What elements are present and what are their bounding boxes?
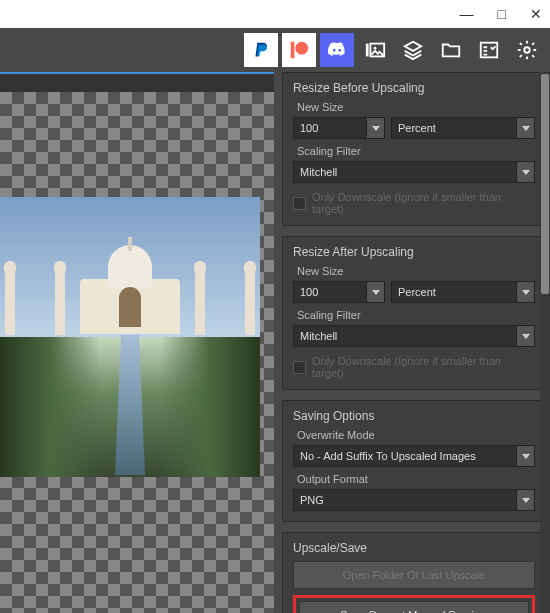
upscale-save-panel: Upscale/Save Open Folder Of Last Upscale… (282, 532, 546, 613)
output-format-select[interactable]: PNG (293, 489, 517, 511)
scrollbar-track[interactable] (540, 72, 550, 613)
canvas-area (0, 72, 274, 613)
panel-title: Resize Before Upscaling (293, 81, 535, 95)
downscale-before-checkbox[interactable] (293, 197, 306, 210)
size-after-input[interactable] (293, 281, 367, 303)
list-check-icon[interactable] (472, 33, 506, 67)
filter-label: Scaling Filter (297, 145, 535, 157)
window-titlebar: — □ ✕ (0, 0, 550, 28)
overwrite-label: Overwrite Mode (297, 429, 535, 441)
highlight-annotation: Save Current Merged Preview (293, 595, 535, 613)
overwrite-mode-dropdown[interactable] (517, 445, 535, 467)
scrollbar-thumb[interactable] (541, 74, 549, 294)
images-icon[interactable] (358, 33, 392, 67)
format-label: Output Format (297, 473, 535, 485)
filter-label: Scaling Filter (297, 309, 535, 321)
close-button[interactable]: ✕ (530, 6, 542, 22)
downscale-before-label: Only Downscale (Ignore if smaller than t… (312, 191, 535, 215)
size-before-unit-dropdown[interactable] (517, 117, 535, 139)
size-before-unit[interactable]: Percent (391, 117, 517, 139)
size-before-input[interactable] (293, 117, 367, 139)
size-after-unit-dropdown[interactable] (517, 281, 535, 303)
filter-after-select[interactable]: Mitchell (293, 325, 517, 347)
paypal-icon[interactable] (244, 33, 278, 67)
minimize-button[interactable]: — (460, 6, 474, 22)
maximize-button[interactable]: □ (498, 6, 506, 22)
new-size-label: New Size (297, 101, 535, 113)
svg-point-6 (524, 47, 530, 53)
panel-title: Resize After Upscaling (293, 245, 535, 259)
discord-icon[interactable] (320, 33, 354, 67)
resize-before-panel: Resize Before Upscaling New Size Percent… (282, 72, 546, 226)
filter-after-dropdown[interactable] (517, 325, 535, 347)
output-format-dropdown[interactable] (517, 489, 535, 511)
save-preview-button[interactable]: Save Current Merged Preview (299, 601, 529, 613)
overwrite-mode-select[interactable]: No - Add Suffix To Upscaled Images (293, 445, 517, 467)
svg-rect-5 (481, 43, 498, 58)
saving-options-panel: Saving Options Overwrite Mode No - Add S… (282, 400, 546, 522)
downscale-after-checkbox[interactable] (293, 361, 306, 374)
size-after-dropdown[interactable] (367, 281, 385, 303)
layers-icon[interactable] (396, 33, 430, 67)
resize-after-panel: Resize After Upscaling New Size Percent … (282, 236, 546, 390)
panel-title: Upscale/Save (293, 541, 535, 555)
svg-point-4 (374, 47, 377, 50)
svg-rect-0 (291, 42, 295, 59)
svg-point-1 (295, 42, 308, 55)
settings-sidebar: Resize Before Upscaling New Size Percent… (274, 72, 550, 613)
size-after-unit[interactable]: Percent (391, 281, 517, 303)
new-size-label: New Size (297, 265, 535, 277)
image-preview[interactable] (0, 197, 260, 477)
downscale-after-label: Only Downscale (Ignore if smaller than t… (312, 355, 535, 379)
filter-before-dropdown[interactable] (517, 161, 535, 183)
top-toolbar (0, 28, 550, 72)
patreon-icon[interactable] (282, 33, 316, 67)
svg-rect-2 (366, 44, 369, 57)
open-folder-button[interactable]: Open Folder Of Last Upscale (293, 561, 535, 589)
size-before-dropdown[interactable] (367, 117, 385, 139)
folder-icon[interactable] (434, 33, 468, 67)
panel-title: Saving Options (293, 409, 535, 423)
gear-icon[interactable] (510, 33, 544, 67)
filter-before-select[interactable]: Mitchell (293, 161, 517, 183)
